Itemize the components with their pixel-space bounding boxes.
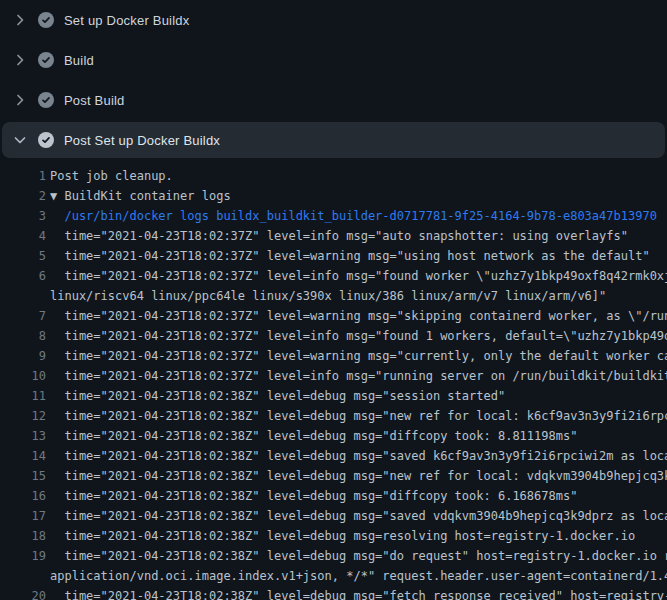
step-label: Build <box>64 53 94 68</box>
check-circle-icon <box>38 92 54 108</box>
log-lines: 1 Post job cleanup. 2 ▼ BuildKit contain… <box>0 158 667 600</box>
log-row: application/vnd.oci.image.index.v1+json,… <box>0 566 667 586</box>
log-line-number[interactable]: 9 <box>0 346 46 366</box>
log-row: 6 time="2021-04-23T18:02:37Z" level=info… <box>0 266 667 286</box>
log-line-text: time="2021-04-23T18:02:37Z" level=warnin… <box>46 246 667 266</box>
log-line-number[interactable]: 5 <box>0 246 46 266</box>
log-line-text: application/vnd.oci.image.index.v1+json,… <box>46 566 667 586</box>
log-line-text: time="2021-04-23T18:02:38Z" level=debug … <box>46 506 667 526</box>
log-line-number[interactable]: 18 <box>0 526 46 546</box>
log-line-text: Post job cleanup. <box>46 166 667 186</box>
log-line-text: time="2021-04-23T18:02:37Z" level=warnin… <box>46 346 667 366</box>
log-line-text: time="2021-04-23T18:02:38Z" level=debug … <box>46 586 667 600</box>
step-row-post-build[interactable]: Post Build <box>0 80 667 120</box>
log-line-number[interactable]: 11 <box>0 386 46 406</box>
log-line-text: time="2021-04-23T18:02:38Z" level=debug … <box>46 466 667 486</box>
log-line-text: time="2021-04-23T18:02:37Z" level=warnin… <box>46 306 667 326</box>
log-line-number[interactable]: 19 <box>0 546 46 566</box>
log-line-number[interactable]: 15 <box>0 466 46 486</box>
check-circle-icon <box>38 12 54 28</box>
log-line-text: time="2021-04-23T18:02:38Z" level=debug … <box>46 546 667 566</box>
chevron-down-icon <box>12 132 28 148</box>
step-label: Post Set up Docker Buildx <box>64 133 220 148</box>
chevron-right-icon <box>12 52 28 68</box>
log-line-number <box>0 286 46 306</box>
step-row-build[interactable]: Build <box>0 40 667 80</box>
steps-list: Set up Docker Buildx Build <box>0 0 667 158</box>
log-line-text: time="2021-04-23T18:02:37Z" level=info m… <box>46 366 667 386</box>
step-label: Post Build <box>64 93 125 108</box>
log-row: 17 time="2021-04-23T18:02:38Z" level=deb… <box>0 506 667 526</box>
log-line-number[interactable]: 4 <box>0 226 46 246</box>
log-line-number[interactable]: 1 <box>0 166 46 186</box>
log-row: 11 time="2021-04-23T18:02:38Z" level=deb… <box>0 386 667 406</box>
log-row: 14 time="2021-04-23T18:02:38Z" level=deb… <box>0 446 667 466</box>
log-line-text: linux/riscv64 linux/ppc64le linux/s390x … <box>46 286 667 306</box>
log-line-text: time="2021-04-23T18:02:37Z" level=info m… <box>46 266 667 286</box>
log-row: 15 time="2021-04-23T18:02:38Z" level=deb… <box>0 466 667 486</box>
log-row: 3 /usr/bin/docker logs buildx_buildkit_b… <box>0 206 667 226</box>
chevron-right-icon <box>12 92 28 108</box>
log-line-text: time="2021-04-23T18:02:38Z" level=debug … <box>46 406 667 426</box>
log-line-number[interactable]: 13 <box>0 426 46 446</box>
step-row-post-set-up-docker-buildx[interactable]: Post Set up Docker Buildx <box>2 122 665 158</box>
log-line-text: time="2021-04-23T18:02:37Z" level=info m… <box>46 226 667 246</box>
log-row: 20 time="2021-04-23T18:02:38Z" level=deb… <box>0 586 667 600</box>
log-line-number[interactable]: 12 <box>0 406 46 426</box>
check-circle-icon <box>38 52 54 68</box>
log-line-text: time="2021-04-23T18:02:37Z" level=info m… <box>46 326 667 346</box>
step-label: Set up Docker Buildx <box>64 13 189 28</box>
log-row: 2 ▼ BuildKit container logs <box>0 186 667 206</box>
log-row: 16 time="2021-04-23T18:02:38Z" level=deb… <box>0 486 667 506</box>
log-line-text: time="2021-04-23T18:02:38Z" level=debug … <box>46 386 667 406</box>
log-line-text: time="2021-04-23T18:02:38Z" level=debug … <box>46 426 667 446</box>
log-line-number[interactable]: 3 <box>0 206 46 226</box>
log-line-number <box>0 566 46 586</box>
log-line-number[interactable]: 16 <box>0 486 46 506</box>
chevron-right-icon <box>12 12 28 28</box>
step-row-set-up-docker-buildx[interactable]: Set up Docker Buildx <box>0 0 667 40</box>
log-line-text: /usr/bin/docker logs buildx_buildkit_bui… <box>46 206 667 226</box>
log-line-number[interactable]: 7 <box>0 306 46 326</box>
log-row: linux/riscv64 linux/ppc64le linux/s390x … <box>0 286 667 306</box>
log-line-text: time="2021-04-23T18:02:38Z" level=debug … <box>46 486 667 506</box>
log-line-number[interactable]: 2 <box>0 186 46 206</box>
log-line-number[interactable]: 6 <box>0 266 46 286</box>
log-line-number[interactable]: 14 <box>0 446 46 466</box>
log-line-number[interactable]: 8 <box>0 326 46 346</box>
log-row: 13 time="2021-04-23T18:02:38Z" level=deb… <box>0 426 667 446</box>
log-line-text[interactable]: ▼ BuildKit container logs <box>46 186 667 206</box>
log-row: 19 time="2021-04-23T18:02:38Z" level=deb… <box>0 546 667 566</box>
log-row: 10 time="2021-04-23T18:02:37Z" level=inf… <box>0 366 667 386</box>
log-line-number[interactable]: 17 <box>0 506 46 526</box>
log-row: 12 time="2021-04-23T18:02:38Z" level=deb… <box>0 406 667 426</box>
log-row: 7 time="2021-04-23T18:02:37Z" level=warn… <box>0 306 667 326</box>
log-row: 1 Post job cleanup. <box>0 166 667 186</box>
log-line-number[interactable]: 10 <box>0 366 46 386</box>
log-row: 18 time="2021-04-23T18:02:38Z" level=deb… <box>0 526 667 546</box>
log-row: 4 time="2021-04-23T18:02:37Z" level=info… <box>0 226 667 246</box>
log-row: 9 time="2021-04-23T18:02:37Z" level=warn… <box>0 346 667 366</box>
log-line-text: time="2021-04-23T18:02:38Z" level=debug … <box>46 526 667 546</box>
log-line-number[interactable]: 20 <box>0 586 46 600</box>
log-row: 5 time="2021-04-23T18:02:37Z" level=warn… <box>0 246 667 266</box>
log-line-text: time="2021-04-23T18:02:38Z" level=debug … <box>46 446 667 466</box>
log-row: 8 time="2021-04-23T18:02:37Z" level=info… <box>0 326 667 346</box>
check-circle-icon <box>38 132 54 148</box>
